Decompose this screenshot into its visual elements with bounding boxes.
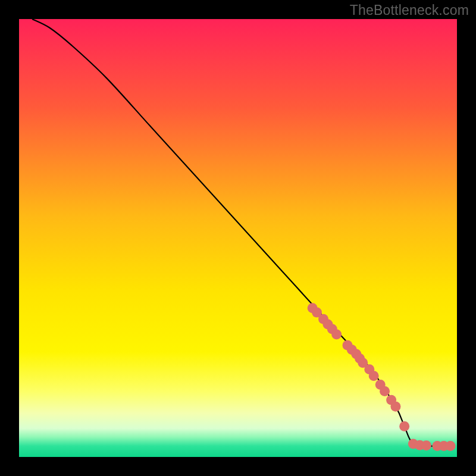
marker-point — [445, 441, 455, 451]
marker-point — [369, 371, 379, 381]
watermark-text: TheBottleneck.com — [350, 2, 469, 18]
marker-point — [331, 329, 342, 339]
marker-point — [380, 386, 390, 396]
marker-point — [399, 421, 409, 431]
marker-point — [421, 440, 431, 450]
plot-area — [19, 19, 457, 457]
marker-point — [390, 402, 400, 412]
chart-frame: TheBottleneck.com — [0, 0, 476, 476]
bottleneck-chart — [0, 0, 476, 476]
